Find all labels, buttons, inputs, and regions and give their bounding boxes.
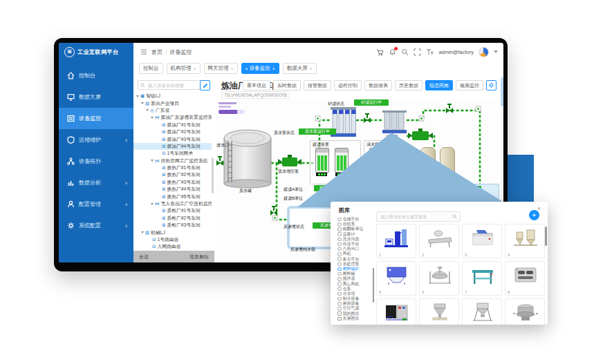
- tab-close-icon[interactable]: ×: [310, 66, 313, 71]
- gallery-item[interactable]: 4: [505, 224, 545, 258]
- select-all-button[interactable]: 全选: [139, 253, 149, 260]
- basic-info-button[interactable]: 基本信息: [243, 80, 270, 90]
- screen-gallery-link[interactable]: 大屏图库: [337, 316, 372, 320]
- tab-close-icon[interactable]: ×: [231, 66, 234, 71]
- tab-close-icon[interactable]: ×: [194, 66, 196, 71]
- tree-node[interactable]: ◎广东省: [133, 107, 212, 114]
- tree-node[interactable]: ⊞换热厂#1号车间: [133, 164, 212, 171]
- tree-node[interactable]: ⊟1号车间网关: [133, 150, 212, 157]
- sidebar-item-config-mgmt[interactable]: 配置管理 ∨: [59, 193, 133, 215]
- tab-console[interactable]: 控制台: [139, 63, 163, 74]
- tree-node[interactable]: ⊞质检厂#3号车间: [133, 222, 212, 229]
- tab-close-icon[interactable]: ×: [272, 66, 275, 71]
- tree-node[interactable]: ⋈炼油厂反渗透装置监控系统: [133, 114, 212, 121]
- sidebar-item-data-screen[interactable]: 数据大屏: [59, 86, 133, 108]
- category-scrollbar[interactable]: [373, 268, 374, 303]
- bell-icon[interactable]: [389, 48, 396, 56]
- tree-edit-button[interactable]: [200, 80, 210, 90]
- avatar[interactable]: [479, 47, 489, 57]
- user-email[interactable]: admin@factory: [438, 49, 474, 55]
- caret-icon[interactable]: [151, 203, 154, 205]
- tree-node[interactable]: ▤机械LJ: [133, 229, 212, 236]
- data-report-button[interactable]: 数据报表: [364, 80, 392, 90]
- history-data-button[interactable]: 历史数据: [395, 80, 423, 90]
- breadcrumb-home[interactable]: 首页: [151, 48, 163, 56]
- gallery-item[interactable]: 10: [419, 298, 459, 325]
- tree-node[interactable]: ⊞换热厂#4号车间: [133, 186, 212, 193]
- home-icon: [67, 72, 75, 79]
- tree-node[interactable]: ▤新兴产业项目: [133, 99, 212, 106]
- device-icon: ⊞: [162, 180, 165, 185]
- project-icon: ▤: [145, 230, 149, 236]
- add-element-button[interactable]: +: [529, 210, 539, 220]
- gallery-search[interactable]: [376, 211, 461, 222]
- sidebar-item-topology[interactable]: 设备拓扑: [59, 151, 133, 172]
- caret-icon[interactable]: [151, 117, 154, 119]
- tree-node[interactable]: ⊞换热厂#2号车间: [133, 171, 212, 178]
- grid-scrollbar[interactable]: [545, 227, 547, 246]
- gallery-item[interactable]: 2: [419, 224, 459, 258]
- remote-control-button[interactable]: 远程控制: [334, 80, 362, 90]
- gallery-item[interactable]: 9: [376, 298, 416, 325]
- level-display: [316, 173, 327, 176]
- tree-node[interactable]: ⋈供热管网工厂监控系统: [133, 157, 212, 164]
- caret-icon[interactable]: [151, 160, 154, 162]
- search-icon[interactable]: [401, 48, 409, 56]
- gallery-item[interactable]: 6: [419, 261, 459, 296]
- gallery-item[interactable]: 12: [505, 298, 545, 325]
- gear-icon: [67, 222, 75, 229]
- sidebar-item-device-monitor[interactable]: 设备监控: [59, 108, 133, 129]
- tree-search-input[interactable]: [147, 82, 198, 88]
- tab-data-screen[interactable]: 数据大屏×: [283, 63, 317, 74]
- fullscreen-icon[interactable]: [414, 48, 421, 56]
- gallery-item[interactable]: 5: [376, 261, 416, 296]
- caret-icon[interactable]: [146, 109, 149, 111]
- caret-icon[interactable]: [141, 102, 144, 104]
- sidebar-item-console[interactable]: 控制台: [59, 65, 133, 86]
- video-monitor-button[interactable]: 视频监控: [456, 80, 483, 90]
- settings-button[interactable]: [486, 80, 496, 90]
- gallery-item[interactable]: 1: [376, 224, 416, 258]
- hmi-screen-button[interactable]: 组态画面: [425, 80, 453, 90]
- org-icon: ▣: [140, 93, 145, 99]
- menu-fold-icon[interactable]: [140, 48, 147, 55]
- font-size-icon[interactable]: [426, 48, 434, 56]
- notification-badge: [394, 47, 398, 50]
- mixer-kettle-image: [426, 265, 454, 285]
- workbench-image: [469, 265, 496, 285]
- tree-node[interactable]: ⊞炼油厂#1号车间: [133, 122, 212, 128]
- tree-node-selected[interactable]: ⊞炼油厂#4号车间: [133, 143, 212, 150]
- gallery-category-list: 仓储平台 齿轮泵 磁翻板液位 流量计 洗水均质 传送平台 八角出口 风机 集尘平…: [337, 217, 372, 320]
- gallery-item[interactable]: 11: [462, 298, 502, 325]
- tree-node[interactable]: ⊞质检厂#1号车间: [133, 207, 212, 214]
- caret-icon[interactable]: [136, 95, 139, 97]
- tree-node[interactable]: ⊟1号路由器: [133, 236, 212, 243]
- tree-node[interactable]: ⋈无人食品工厂空压机监控系统: [133, 200, 212, 207]
- tree-scrollbar[interactable]: [212, 157, 214, 193]
- caret-icon[interactable]: [141, 231, 144, 233]
- user-caret-icon[interactable]: [494, 50, 498, 53]
- tree-node[interactable]: ⊞炼油厂#3号车间: [133, 135, 212, 142]
- tree-node[interactable]: ▣智链LJ: [133, 93, 212, 99]
- tree-node[interactable]: ⊞换热厂#3号车间: [133, 179, 212, 186]
- sidebar-item-system-config[interactable]: 系统配置 ∨: [59, 215, 133, 236]
- gallery-search-input[interactable]: [380, 214, 450, 220]
- gallery-item[interactable]: 3: [462, 224, 502, 258]
- alarm-data-button[interactable]: 报警数据: [304, 80, 331, 90]
- tree-search[interactable]: [138, 80, 203, 90]
- tab-org-mgmt[interactable]: 机构管理×: [167, 63, 201, 74]
- gallery-item[interactable]: 8: [505, 261, 545, 296]
- realtime-data-button[interactable]: 实时数据: [273, 80, 301, 90]
- gallery-item[interactable]: 7: [462, 261, 502, 296]
- tree-node[interactable]: ⊞换热厂#5号车间: [133, 193, 212, 200]
- sidebar-item-analysis[interactable]: 数据分析 ∨: [59, 172, 133, 193]
- tree-node[interactable]: ⊟入网路由器: [133, 243, 212, 250]
- tree-node[interactable]: ⊞质检厂#2号车间: [133, 215, 212, 222]
- brand-name: 工业互联网平台: [77, 48, 119, 56]
- cart-icon[interactable]: [376, 48, 384, 56]
- tab-device-monitor[interactable]: ●设备监控×: [241, 63, 279, 74]
- batch-delete-button[interactable]: 批量删除: [189, 253, 209, 260]
- tree-node[interactable]: ⊞炼油厂#2号车间: [133, 128, 212, 135]
- tab-gateway-mgmt[interactable]: 网关管理×: [204, 63, 238, 74]
- sidebar-item-maintenance[interactable]: 运维维护 ∨: [59, 129, 133, 151]
